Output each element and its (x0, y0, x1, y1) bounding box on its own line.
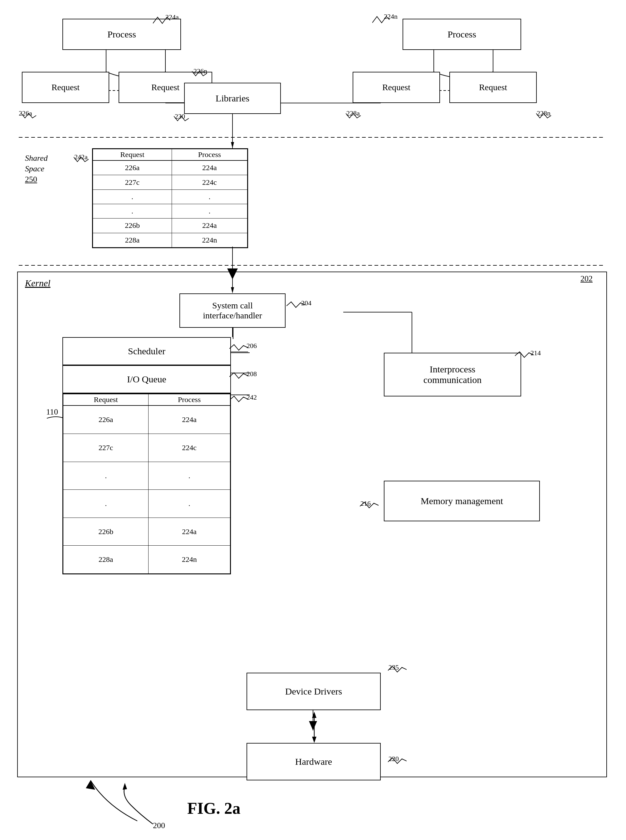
kernel-table: Request Process 226a 224a 227c 224c . . (63, 393, 231, 574)
scheduler-box: Scheduler (63, 337, 231, 365)
shared-row2-proc: 224c (172, 175, 247, 190)
table-row: 228a 224n (63, 545, 230, 574)
zigzag-230 (174, 114, 189, 122)
shared-row6-proc: 224n (172, 233, 247, 247)
shared-row1-proc: 224a (172, 160, 247, 175)
lib-to-table-line (231, 114, 234, 150)
kernel-row1-proc: 224a (149, 406, 230, 434)
table-row: . . (63, 490, 230, 518)
shared-row3-proc: . (172, 190, 247, 204)
scheduler-label: Scheduler (128, 346, 165, 356)
zigzag-216 (360, 501, 380, 509)
svg-marker-24 (86, 780, 95, 790)
kernel-label: Kernel (25, 278, 50, 288)
kernel-row4-proc: . (149, 490, 230, 518)
table-row: 227c 224c (93, 175, 247, 190)
table-row: 226b 224a (93, 218, 247, 233)
request-228n-label: Request (479, 82, 507, 92)
shared-space-num: 250 (25, 175, 37, 184)
kernel-table-header-request: Request (63, 394, 149, 406)
shared-row2-req: 227c (93, 175, 172, 190)
kernel-row1-req: 226a (63, 406, 149, 434)
ref-200-arrow (109, 777, 159, 827)
shared-space-table: Request Process 226a 224a 227c 224c . . (92, 148, 248, 248)
memory-mgmt-label: Memory management (421, 496, 503, 506)
kernel-table-header-process: Process (149, 394, 230, 406)
zigzag-228n (536, 112, 552, 119)
shared-row4-req: . (93, 204, 172, 218)
shared-row4-proc: . (172, 204, 247, 218)
request-226a-label: Request (52, 82, 80, 92)
request-226a-box: Request (22, 72, 109, 103)
zigzag-226a (21, 112, 37, 119)
shared-row5-req: 226b (93, 218, 172, 233)
shared-row1-req: 226a (93, 160, 172, 175)
table-row: 228a 224n (93, 233, 247, 247)
shared-table-header-request: Request (93, 149, 172, 161)
kernel-row2-proc: 224c (149, 434, 230, 462)
diagram-container: Process 224a Process 224n Request 226a R… (0, 0, 626, 840)
memory-mgmt-box: Memory management (384, 481, 540, 521)
hardware-label: Hardware (295, 756, 332, 767)
request-226n-label: Request (151, 82, 180, 92)
system-call-label: System callinterface/handler (203, 301, 262, 321)
svg-marker-28 (231, 287, 234, 293)
request-228n-box: Request (449, 72, 537, 103)
shared-row3-req: . (93, 190, 172, 204)
svg-marker-31 (312, 712, 316, 718)
sched-ref-lines (229, 337, 251, 422)
table-row: 227c 224c (63, 434, 230, 462)
table-row: . . (93, 204, 247, 218)
process-224a-label: Process (107, 29, 136, 40)
interprocess-box: Interprocesscommunication (384, 353, 521, 396)
svg-marker-26 (231, 142, 234, 148)
shared-row6-req: 228a (93, 233, 172, 247)
ref-202: 202 (581, 274, 593, 284)
zigzag-235 (388, 666, 407, 674)
zigzag-242a (74, 155, 89, 163)
zigzag-204 (286, 301, 307, 309)
interprocess-label: Interprocesscommunication (424, 364, 482, 385)
zigzag-220 (388, 757, 407, 765)
kernel-row4-req: . (63, 490, 149, 518)
request-228a-label: Request (382, 82, 410, 92)
hardware-box: Hardware (247, 743, 381, 780)
table-row: . . (63, 462, 230, 490)
process-224n-label: Process (448, 29, 476, 40)
table-row: 226b 224a (63, 517, 230, 545)
zigzag-228a (346, 112, 362, 119)
libraries-label: Libraries (216, 93, 249, 103)
zigzag-224a (153, 16, 172, 25)
table-row: 226a 224a (93, 160, 247, 175)
kernel-row5-req: 226b (63, 517, 149, 545)
system-call-box: System callinterface/handler (180, 293, 286, 328)
kernel-row5-proc: 224a (149, 517, 230, 545)
shared-space-label: SharedSpace (25, 153, 48, 174)
process-224n-box: Process (402, 19, 521, 50)
io-queue-label: I/O Queue (127, 374, 166, 385)
kernel-row6-req: 228a (63, 545, 149, 574)
zigzag-214 (515, 351, 535, 359)
zigzag-224n (372, 15, 391, 24)
zigzag-226n (192, 70, 208, 77)
bidir-arrow (311, 710, 318, 744)
kernel-row3-proc: . (149, 462, 230, 490)
request-228a-box: Request (353, 72, 440, 103)
shared-to-syscall-arrow (231, 247, 234, 295)
libraries-box: Libraries (184, 83, 281, 114)
shared-row5-proc: 224a (172, 218, 247, 233)
svg-marker-32 (312, 737, 316, 743)
io-queue-box: I/O Queue (63, 365, 231, 393)
fig-label: FIG. 2a (187, 799, 240, 818)
kernel-row2-req: 227c (63, 434, 149, 462)
kernel-row3-req: . (63, 462, 149, 490)
table-row: . . (93, 190, 247, 204)
shared-table-header-process: Process (172, 149, 247, 161)
kernel-row6-proc: 224n (149, 545, 230, 574)
device-drivers-label: Device Drivers (285, 686, 342, 697)
table-row: 226a 224a (63, 406, 230, 434)
device-drivers-box: Device Drivers (247, 673, 381, 710)
svg-marker-33 (123, 783, 127, 790)
